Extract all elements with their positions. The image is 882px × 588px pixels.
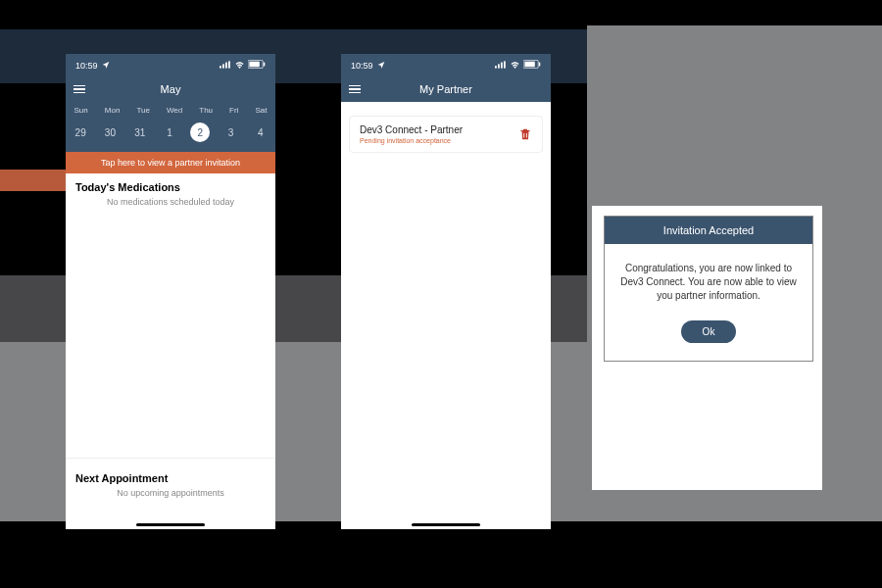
calendar-day[interactable]: 3 xyxy=(222,123,240,141)
partner-status: Pending invitation acceptance xyxy=(360,137,463,144)
svg-rect-8 xyxy=(498,64,500,68)
weekday: Sat xyxy=(255,106,267,115)
home-indicator[interactable] xyxy=(136,523,205,526)
svg-rect-7 xyxy=(495,66,497,68)
svg-rect-14 xyxy=(523,133,524,138)
nav-header: May xyxy=(66,76,275,102)
svg-rect-13 xyxy=(539,62,540,66)
svg-rect-9 xyxy=(501,62,503,68)
status-time: 10:59 xyxy=(75,61,98,71)
calendar-day[interactable]: 29 xyxy=(72,123,89,141)
calendar-day-selected[interactable]: 2 xyxy=(190,122,210,142)
calendar-day[interactable]: 31 xyxy=(131,123,149,141)
dialog-body: Congratulations, you are now linked to D… xyxy=(605,244,812,315)
location-icon xyxy=(377,61,385,71)
svg-rect-6 xyxy=(264,62,265,66)
battery-icon xyxy=(248,60,266,71)
weekday: Tue xyxy=(136,106,150,115)
menu-icon[interactable] xyxy=(349,85,361,94)
svg-rect-12 xyxy=(524,62,534,68)
status-time: 10:59 xyxy=(351,61,373,71)
calendar-day[interactable]: 30 xyxy=(101,123,119,141)
invitation-accepted-dialog: Invitation Accepted Congratulations, you… xyxy=(604,216,813,362)
medications-title: Today's Medications xyxy=(66,173,275,195)
signal-icon xyxy=(495,61,507,71)
svg-rect-5 xyxy=(249,62,259,68)
wifi-icon xyxy=(510,61,520,71)
svg-rect-15 xyxy=(526,133,527,138)
phone-partner: 10:59 My Partner Dev3 Connect - Partner … xyxy=(341,54,551,529)
dialog-title: Invitation Accepted xyxy=(605,217,812,244)
signal-icon xyxy=(220,61,231,71)
medications-empty: No medications scheduled today xyxy=(66,195,275,213)
svg-rect-1 xyxy=(222,64,224,68)
partner-name: Dev3 Connect - Partner xyxy=(360,124,463,135)
page-title: My Partner xyxy=(341,83,551,95)
svg-rect-0 xyxy=(220,66,221,68)
svg-rect-3 xyxy=(228,61,230,68)
appointment-title: Next Appointment xyxy=(75,465,266,486)
weekday: Fri xyxy=(229,106,238,115)
ok-button[interactable]: Ok xyxy=(681,320,737,343)
weekday: Mon xyxy=(105,106,121,115)
weekday: Wed xyxy=(167,106,182,115)
battery-icon xyxy=(523,60,541,71)
calendar-day[interactable]: 1 xyxy=(161,123,178,141)
calendar-day[interactable]: 4 xyxy=(252,123,270,141)
appointment-empty: No upcoming appointments xyxy=(75,486,266,504)
weekday-row: Sun Mon Tue Wed Thu Fri Sat xyxy=(66,102,275,117)
invitation-banner[interactable]: Tap here to view a partner invitation xyxy=(66,152,275,173)
menu-icon[interactable] xyxy=(74,85,85,94)
status-bar: 10:59 xyxy=(341,54,551,76)
weekday: Sun xyxy=(74,106,88,115)
phone-home: 10:59 May Sun Mon Tue Wed Thu Fri xyxy=(66,54,275,529)
partner-card[interactable]: Dev3 Connect - Partner Pending invitatio… xyxy=(349,116,543,153)
status-bar: 10:59 xyxy=(66,54,275,76)
trash-icon[interactable] xyxy=(518,126,532,142)
location-icon xyxy=(102,61,110,71)
svg-rect-2 xyxy=(225,62,227,68)
days-row: 29 30 31 1 2 3 4 xyxy=(66,117,275,152)
nav-header: My Partner xyxy=(341,76,551,102)
weekday: Thu xyxy=(199,106,213,115)
month-title: May xyxy=(66,83,275,95)
wifi-icon xyxy=(234,61,245,71)
home-indicator[interactable] xyxy=(412,523,480,526)
svg-rect-10 xyxy=(504,61,506,68)
